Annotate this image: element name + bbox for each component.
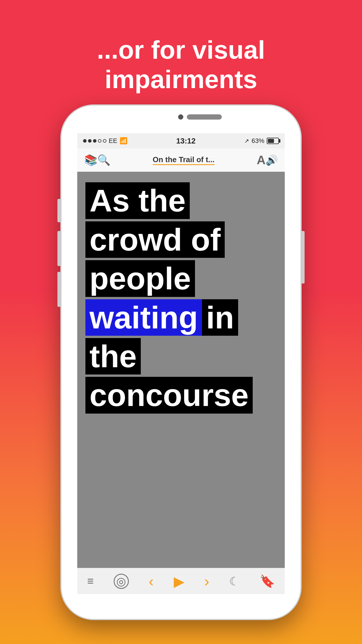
header-line2: impairments <box>105 65 257 94</box>
text-in: in <box>202 299 238 336</box>
signal-dot-5 <box>103 139 106 143</box>
status-bar: EE 📶 13:12 ↗ 63% <box>77 133 285 148</box>
audio-icon[interactable]: 🔊 <box>266 154 278 166</box>
signal-dot-4 <box>98 139 101 143</box>
text-line-6: concourse <box>85 377 277 413</box>
signal-dot-1 <box>83 139 87 143</box>
side-button-power <box>301 231 305 284</box>
status-left: EE 📶 <box>83 137 127 145</box>
prev-chapter-icon[interactable]: ‹ <box>149 573 154 590</box>
battery-icon <box>267 138 279 144</box>
text-the: the <box>85 338 141 374</box>
text-waiting-highlighted: waiting <box>85 299 202 336</box>
header-text: ...or for visual impairments <box>79 35 282 94</box>
text-line-5: the <box>85 338 277 374</box>
text-line-4: waiting in <box>85 299 277 336</box>
book-title: On the Trail of t... <box>110 155 257 165</box>
status-time: 13:12 <box>176 136 196 146</box>
side-button-vol-up <box>57 231 61 266</box>
text-concourse: concourse <box>85 377 253 413</box>
font-icon[interactable]: A <box>257 153 266 167</box>
text-people: people <box>85 260 195 297</box>
phone-device: EE 📶 13:12 ↗ 63% 📚 🔍 On the Trail of t..… <box>61 106 301 619</box>
gps-icon: ↗ <box>244 137 249 144</box>
bookmark-icon[interactable]: 🔖 <box>260 574 275 588</box>
header-section: ...or for visual impairments <box>79 18 282 94</box>
text-line-2: crowd of <box>85 221 277 258</box>
compass-icon[interactable]: ◎ <box>114 574 129 589</box>
signal-dot-3 <box>93 139 96 143</box>
signal-dot-2 <box>88 139 92 143</box>
library-icon[interactable]: 📚 <box>84 154 97 166</box>
next-chapter-icon[interactable]: › <box>204 573 209 590</box>
night-mode-icon[interactable]: ☾ <box>229 575 240 588</box>
search-icon[interactable]: 🔍 <box>97 154 110 166</box>
text-crowd-of: crowd of <box>85 221 225 258</box>
reading-area: As the crowd of people waiting in the <box>77 172 285 568</box>
battery-percent: 63% <box>252 137 264 145</box>
menu-icon[interactable]: ≡ <box>87 575 94 587</box>
side-button-mute <box>57 199 61 222</box>
status-right: ↗ 63% <box>244 137 279 145</box>
wifi-icon: 📶 <box>120 137 127 145</box>
side-button-vol-down <box>57 272 61 307</box>
front-camera <box>178 114 183 120</box>
battery-fill <box>268 139 274 143</box>
text-as-the: As the <box>85 182 190 219</box>
text-line-1: As the <box>85 182 277 219</box>
phone-top-bar <box>61 106 301 133</box>
signal-dots <box>83 139 106 143</box>
carrier-label: EE <box>109 137 117 145</box>
bottom-toolbar: ≡ ◎ ‹ ▶ › ☾ 🔖 <box>77 568 285 594</box>
app-toolbar: 📚 🔍 On the Trail of t... A 🔊 <box>77 148 285 172</box>
play-icon[interactable]: ▶ <box>174 573 184 589</box>
header-line1: ...or for visual <box>97 35 265 64</box>
reading-content: As the crowd of people waiting in the <box>82 176 280 421</box>
text-line-3: people <box>85 260 277 297</box>
earpiece-speaker <box>187 114 222 120</box>
phone-screen: EE 📶 13:12 ↗ 63% 📚 🔍 On the Trail of t..… <box>77 133 285 594</box>
